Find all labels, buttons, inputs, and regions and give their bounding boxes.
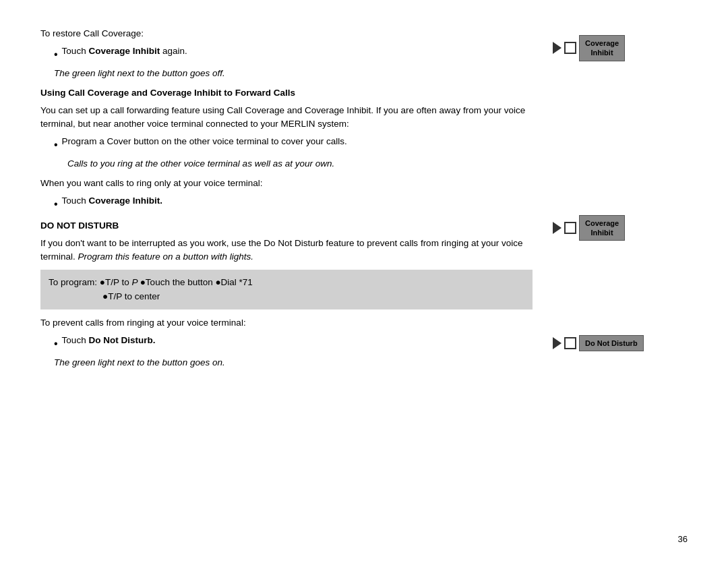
program-bullet-text: Program a Cover button on the other voic… — [62, 135, 347, 148]
dnd-diagram: Do Not Disturb — [553, 335, 644, 351]
touch-dnd-bullet: • Touch Do Not Disturb. — [54, 334, 533, 352]
dnd-bold: Do Not Disturb. — [88, 335, 155, 345]
gray-line1: To program: ●T/P to P ●Touch the button … — [49, 277, 253, 287]
right-column: Coverage Inhibit Coverage Inhibit Do Not… — [553, 27, 688, 375]
coverage-inhibit-label-2: Coverage Inhibit — [579, 215, 625, 241]
gray-line2: ●T/P to center — [102, 291, 160, 301]
bullet-dot-3: • — [54, 196, 58, 212]
touch-dnd-text: Touch Do Not Disturb. — [62, 334, 156, 347]
using-heading: Using Call Coverage and Coverage Inhibit… — [40, 86, 533, 100]
dnd-italic-note: The green light next to the button goes … — [54, 356, 533, 369]
triangle-icon-3 — [553, 337, 562, 349]
left-column: To restore Call Coverage: • Touch Covera… — [40, 27, 553, 375]
bullet-dot-2: • — [54, 137, 58, 153]
page-container: To restore Call Coverage: • Touch Covera… — [0, 0, 728, 402]
restore-intro: To restore Call Coverage: — [40, 27, 533, 40]
gray-p-italic: P — [131, 277, 140, 287]
restore-bullet: • Touch Coverage Inhibit again. — [54, 45, 533, 63]
touch-coverage-inhibit-text: Touch Coverage Inhibit. — [62, 194, 162, 208]
triangle-icon-1 — [553, 42, 562, 54]
dnd-label: Do Not Disturb — [579, 335, 644, 351]
page-number: 36 — [678, 534, 688, 544]
dnd-heading: DO NOT DISTURB — [40, 219, 533, 233]
dnd-body: If you don't want to be interrupted as y… — [40, 237, 533, 264]
coverage-inhibit-bold-1: Coverage — [88, 46, 130, 56]
coverage-inhibit-bold-1b: Inhibit — [133, 46, 160, 56]
coverage-inhibit-label-1: Coverage Inhibit — [579, 35, 625, 61]
bullet-dot-4: • — [54, 336, 58, 352]
dnd-body-italic: Program this feature on a button with li… — [78, 251, 253, 262]
small-square-3 — [564, 337, 576, 349]
restore-italic: The green light next to the button goes … — [54, 67, 533, 80]
coverage-inhibit-diagram-2: Coverage Inhibit — [553, 215, 625, 241]
small-square-2 — [564, 222, 576, 234]
when-heading: When you want calls to ring only at your… — [40, 177, 533, 190]
touch-coverage-inhibit-bullet: • Touch Coverage Inhibit. — [54, 194, 533, 212]
coverage-inhibit-diagram-1: Coverage Inhibit — [553, 35, 625, 61]
program-bullet: • Program a Cover button on the other vo… — [54, 135, 533, 153]
triangle-icon-2 — [553, 222, 562, 234]
small-square-1 — [564, 42, 576, 54]
program-italic: Calls to you ring at the other voice ter… — [67, 157, 533, 171]
bullet-dot: • — [54, 47, 58, 63]
restore-bullet-text: Touch Coverage Inhibit again. — [62, 45, 187, 58]
programming-box: To program: ●T/P to P ●Touch the button … — [40, 270, 533, 309]
using-body: You can set up a call forwarding feature… — [40, 104, 533, 131]
prevent-intro: To prevent calls from ringing at your vo… — [40, 316, 533, 330]
coverage-inhibit-bold-2: Coverage Inhibit. — [88, 196, 162, 206]
